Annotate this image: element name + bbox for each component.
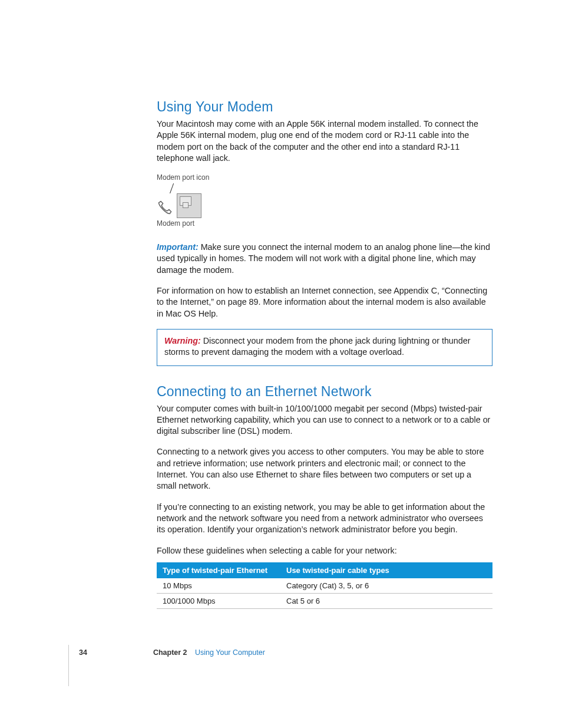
modem-port-icon	[177, 193, 201, 218]
section-heading-ethernet: Connecting to an Ethernet Network	[157, 384, 492, 400]
chapter-title: Using Your Computer	[195, 648, 265, 657]
page-footer: 34 Chapter 2 Using Your Computer	[79, 648, 491, 657]
table-row: 100/1000 Mbps Cat 5 or 6	[157, 593, 492, 608]
body-paragraph: If you’re connecting to an existing netw…	[157, 502, 492, 536]
chapter-label: Chapter 2	[153, 648, 187, 657]
table-header: Use twisted-pair cable types	[280, 562, 492, 578]
page-number: 34	[79, 648, 87, 657]
important-note: Important: Make sure you connect the int…	[157, 242, 492, 276]
body-paragraph: Connecting to a network gives you access…	[157, 446, 492, 492]
figure-label-top: Modem port icon	[157, 173, 492, 182]
warning-text: Disconnect your modem from the phone jac…	[164, 336, 470, 357]
page-content: Using Your Modem Your Macintosh may come…	[157, 99, 492, 609]
table-cell: 10 Mbps	[157, 578, 280, 594]
body-paragraph: Your Macintosh may come with an Apple 56…	[157, 118, 492, 164]
table-cell: 100/1000 Mbps	[157, 593, 280, 608]
important-label: Important:	[157, 242, 199, 252]
modem-port-figure: Modem port icon Modem port	[157, 173, 492, 228]
phone-icon	[157, 199, 173, 218]
body-paragraph: For information on how to establish an I…	[157, 285, 492, 319]
body-paragraph: Follow these guidelines when selecting a…	[157, 545, 492, 556]
leader-line	[170, 183, 174, 193]
section-heading-modem: Using Your Modem	[157, 99, 492, 115]
footer-divider	[68, 645, 69, 686]
table-header: Type of twisted-pair Ethernet	[157, 562, 280, 578]
body-paragraph: Your computer comes with built-in 10/100…	[157, 403, 492, 437]
table-cell: Cat 5 or 6	[280, 593, 492, 608]
cable-table: Type of twisted-pair Ethernet Use twiste…	[157, 562, 492, 609]
important-text: Make sure you connect the internal modem…	[157, 242, 490, 275]
figure-label-bottom: Modem port	[157, 219, 492, 228]
warning-label: Warning:	[164, 336, 201, 345]
table-row: 10 Mbps Category (Cat) 3, 5, or 6	[157, 578, 492, 594]
table-cell: Category (Cat) 3, 5, or 6	[280, 578, 492, 594]
warning-box: Warning: Disconnect your modem from the …	[157, 329, 492, 366]
table-header-row: Type of twisted-pair Ethernet Use twiste…	[157, 562, 492, 578]
